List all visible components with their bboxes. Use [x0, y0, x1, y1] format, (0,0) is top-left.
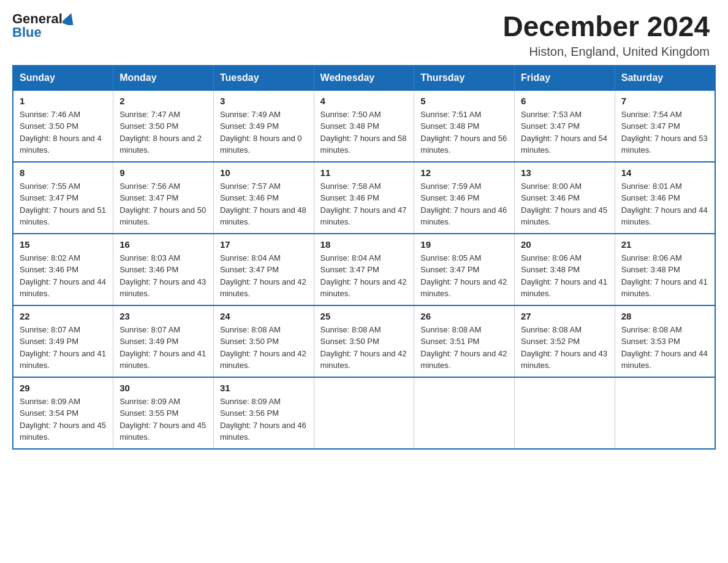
logo: General Blue [12, 11, 76, 40]
day-number: 7 [621, 96, 708, 106]
calendar-cell: 11 Sunrise: 7:58 AMSunset: 3:46 PMDaylig… [314, 162, 414, 234]
day-number: 5 [420, 96, 508, 106]
day-number: 28 [621, 311, 708, 321]
day-number: 19 [420, 239, 508, 250]
day-info: Sunrise: 8:05 AMSunset: 3:47 PMDaylight:… [420, 253, 507, 299]
day-number: 10 [220, 167, 308, 178]
calendar-cell: 24 Sunrise: 8:08 AMSunset: 3:50 PMDaylig… [213, 305, 314, 377]
calendar-cell: 23 Sunrise: 8:07 AMSunset: 3:49 PMDaylig… [113, 305, 214, 377]
calendar-cell: 6 Sunrise: 7:53 AMSunset: 3:47 PMDayligh… [515, 90, 615, 162]
logo-triangle-icon [63, 13, 76, 28]
col-header-tuesday: Tuesday [213, 66, 314, 90]
day-info: Sunrise: 8:09 AMSunset: 3:55 PMDaylight:… [119, 397, 206, 442]
page-header: General Blue December 2024 Histon, Engla… [0, 0, 728, 65]
calendar-cell: 14 Sunrise: 8:01 AMSunset: 3:46 PMDaylig… [615, 162, 715, 234]
day-info: Sunrise: 8:04 AMSunset: 3:47 PMDaylight:… [320, 253, 407, 299]
day-number: 27 [521, 311, 609, 321]
day-number: 25 [320, 311, 408, 321]
calendar-cell: 10 Sunrise: 7:57 AMSunset: 3:46 PMDaylig… [213, 162, 314, 234]
week-row-2: 8 Sunrise: 7:55 AMSunset: 3:47 PMDayligh… [13, 162, 715, 234]
calendar-cell: 2 Sunrise: 7:47 AMSunset: 3:50 PMDayligh… [113, 90, 214, 162]
day-number: 15 [20, 239, 107, 250]
day-number: 23 [119, 311, 207, 321]
calendar-cell: 7 Sunrise: 7:54 AMSunset: 3:47 PMDayligh… [615, 90, 715, 162]
day-info: Sunrise: 7:56 AMSunset: 3:47 PMDaylight:… [119, 182, 206, 227]
calendar-cell: 29 Sunrise: 8:09 AMSunset: 3:54 PMDaylig… [13, 377, 113, 449]
calendar-cell: 16 Sunrise: 8:03 AMSunset: 3:46 PMDaylig… [113, 234, 214, 305]
calendar-cell: 13 Sunrise: 8:00 AMSunset: 3:46 PMDaylig… [515, 162, 615, 234]
day-info: Sunrise: 8:08 AMSunset: 3:53 PMDaylight:… [621, 325, 708, 370]
calendar-cell: 27 Sunrise: 8:08 AMSunset: 3:52 PMDaylig… [515, 305, 615, 377]
day-info: Sunrise: 8:08 AMSunset: 3:51 PMDaylight:… [420, 325, 507, 370]
calendar-cell: 8 Sunrise: 7:55 AMSunset: 3:47 PMDayligh… [13, 162, 113, 234]
day-info: Sunrise: 8:07 AMSunset: 3:49 PMDaylight:… [20, 325, 106, 370]
day-info: Sunrise: 8:06 AMSunset: 3:48 PMDaylight:… [621, 253, 708, 299]
day-number: 8 [20, 167, 107, 178]
col-header-thursday: Thursday [414, 66, 515, 90]
month-title: December 2024 [502, 11, 710, 42]
day-info: Sunrise: 8:07 AMSunset: 3:49 PMDaylight:… [119, 325, 206, 370]
calendar-cell: 19 Sunrise: 8:05 AMSunset: 3:47 PMDaylig… [414, 234, 515, 305]
day-number: 24 [220, 311, 308, 321]
day-info: Sunrise: 8:08 AMSunset: 3:52 PMDaylight:… [521, 325, 607, 370]
day-number: 9 [119, 167, 207, 178]
week-row-3: 15 Sunrise: 8:02 AMSunset: 3:46 PMDaylig… [13, 234, 715, 305]
day-info: Sunrise: 7:54 AMSunset: 3:47 PMDaylight:… [621, 110, 708, 155]
calendar-cell: 15 Sunrise: 8:02 AMSunset: 3:46 PMDaylig… [13, 234, 113, 305]
col-header-sunday: Sunday [13, 66, 113, 90]
col-header-friday: Friday [515, 66, 615, 90]
day-number: 21 [621, 239, 708, 250]
calendar-table: SundayMondayTuesdayWednesdayThursdayFrid… [12, 65, 716, 450]
week-row-1: 1 Sunrise: 7:46 AMSunset: 3:50 PMDayligh… [13, 90, 715, 162]
calendar-cell [414, 377, 515, 449]
week-row-5: 29 Sunrise: 8:09 AMSunset: 3:54 PMDaylig… [13, 377, 715, 449]
day-info: Sunrise: 8:08 AMSunset: 3:50 PMDaylight:… [220, 325, 306, 370]
logo-blue: Blue [12, 25, 42, 40]
day-number: 16 [119, 239, 207, 250]
day-number: 14 [621, 167, 708, 178]
calendar-cell: 25 Sunrise: 8:08 AMSunset: 3:50 PMDaylig… [314, 305, 414, 377]
day-number: 6 [521, 96, 609, 106]
day-number: 12 [420, 167, 508, 178]
col-header-wednesday: Wednesday [314, 66, 414, 90]
calendar-cell: 1 Sunrise: 7:46 AMSunset: 3:50 PMDayligh… [13, 90, 113, 162]
day-info: Sunrise: 7:58 AMSunset: 3:46 PMDaylight:… [320, 182, 407, 227]
col-header-saturday: Saturday [615, 66, 715, 90]
day-info: Sunrise: 7:46 AMSunset: 3:50 PMDaylight:… [20, 110, 102, 155]
calendar-cell: 21 Sunrise: 8:06 AMSunset: 3:48 PMDaylig… [615, 234, 715, 305]
day-info: Sunrise: 8:09 AMSunset: 3:54 PMDaylight:… [20, 397, 106, 442]
calendar-cell: 18 Sunrise: 8:04 AMSunset: 3:47 PMDaylig… [314, 234, 414, 305]
day-info: Sunrise: 7:55 AMSunset: 3:47 PMDaylight:… [20, 182, 106, 227]
calendar-cell: 4 Sunrise: 7:50 AMSunset: 3:48 PMDayligh… [314, 90, 414, 162]
day-number: 26 [420, 311, 508, 321]
day-info: Sunrise: 8:04 AMSunset: 3:47 PMDaylight:… [220, 253, 306, 299]
day-number: 31 [220, 383, 308, 393]
day-info: Sunrise: 8:08 AMSunset: 3:50 PMDaylight:… [320, 325, 407, 370]
day-info: Sunrise: 7:49 AMSunset: 3:49 PMDaylight:… [220, 110, 302, 155]
title-block: December 2024 Histon, England, United Ki… [502, 11, 710, 59]
day-info: Sunrise: 8:09 AMSunset: 3:56 PMDaylight:… [220, 397, 306, 442]
day-number: 30 [119, 383, 207, 393]
day-number: 3 [220, 96, 308, 106]
calendar-cell: 20 Sunrise: 8:06 AMSunset: 3:48 PMDaylig… [515, 234, 615, 305]
location: Histon, England, United Kingdom [502, 45, 710, 59]
day-info: Sunrise: 8:01 AMSunset: 3:46 PMDaylight:… [621, 182, 708, 227]
day-info: Sunrise: 8:02 AMSunset: 3:46 PMDaylight:… [20, 253, 106, 299]
calendar-header-row: SundayMondayTuesdayWednesdayThursdayFrid… [13, 66, 715, 90]
day-number: 2 [119, 96, 207, 106]
day-number: 17 [220, 239, 308, 250]
calendar-cell: 22 Sunrise: 8:07 AMSunset: 3:49 PMDaylig… [13, 305, 113, 377]
calendar-cell: 3 Sunrise: 7:49 AMSunset: 3:49 PMDayligh… [213, 90, 314, 162]
day-number: 11 [320, 167, 408, 178]
day-info: Sunrise: 7:47 AMSunset: 3:50 PMDaylight:… [119, 110, 202, 155]
day-info: Sunrise: 7:51 AMSunset: 3:48 PMDaylight:… [420, 110, 507, 155]
calendar-cell [615, 377, 715, 449]
day-number: 4 [320, 96, 408, 106]
calendar-cell: 31 Sunrise: 8:09 AMSunset: 3:56 PMDaylig… [213, 377, 314, 449]
calendar-cell: 30 Sunrise: 8:09 AMSunset: 3:55 PMDaylig… [113, 377, 214, 449]
day-number: 29 [20, 383, 107, 393]
day-info: Sunrise: 7:59 AMSunset: 3:46 PMDaylight:… [420, 182, 507, 227]
day-number: 13 [521, 167, 609, 178]
calendar-cell: 28 Sunrise: 8:08 AMSunset: 3:53 PMDaylig… [615, 305, 715, 377]
day-number: 18 [320, 239, 408, 250]
